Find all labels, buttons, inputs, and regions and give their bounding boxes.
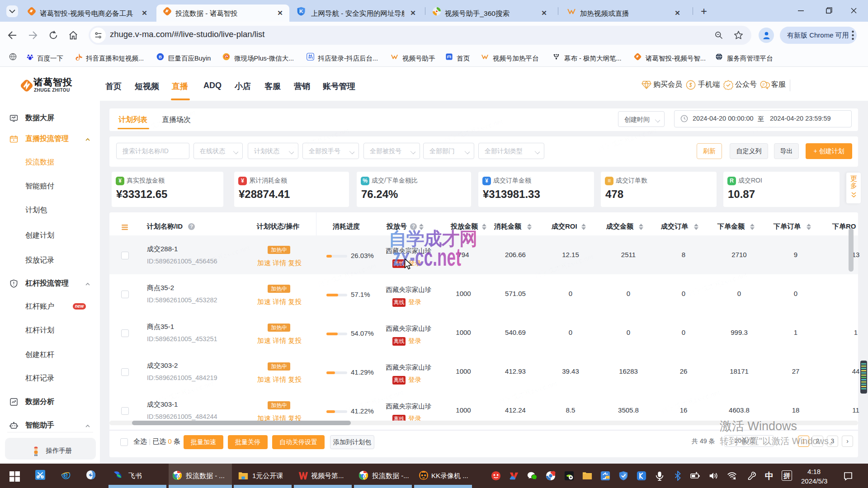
svg-text:B: B [159, 54, 162, 59]
svg-text:K: K [299, 9, 303, 14]
